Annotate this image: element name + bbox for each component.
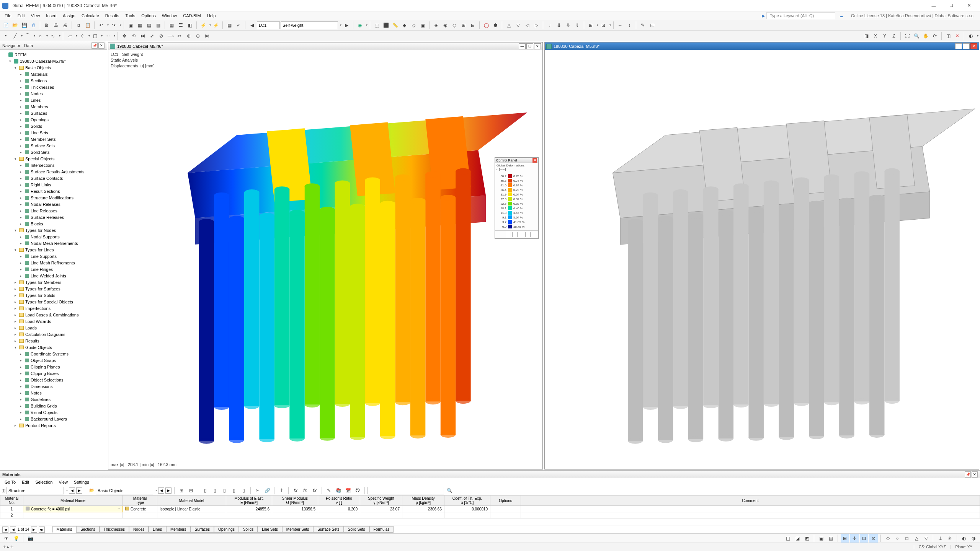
table-row[interactable]: 1 Concrete f'c = 4000 psi ⋯ Concrete Iso… xyxy=(0,506,980,512)
support-4-icon[interactable]: ▷ xyxy=(532,21,541,29)
tree-group[interactable]: ▾Special Objects xyxy=(1,155,106,162)
render-2-icon[interactable]: ◪ xyxy=(793,534,802,543)
tree-item[interactable]: ▸Lines xyxy=(1,97,106,103)
loadcase-name-combo[interactable]: Self-weight xyxy=(281,21,338,29)
view-x-icon[interactable]: X xyxy=(871,32,880,40)
objects-combo[interactable]: Basic Objects xyxy=(96,487,153,494)
osnap-2-icon[interactable]: ○ xyxy=(893,534,902,543)
maximize-button[interactable]: ☐ xyxy=(942,0,960,11)
polar-icon[interactable]: ✳ xyxy=(946,534,954,543)
rotate-draw-icon[interactable]: ⟲ xyxy=(129,32,138,40)
pan-icon[interactable]: ✋ xyxy=(921,32,930,40)
new-file-icon[interactable]: 📄 xyxy=(2,21,10,29)
materials-tab[interactable]: Line Sets xyxy=(258,526,282,533)
tree-root[interactable]: RFEM xyxy=(1,51,106,58)
legend-btn-4[interactable] xyxy=(525,232,531,237)
cut-icon[interactable]: ✂ xyxy=(253,486,262,495)
col-d[interactable]: Mass Density ρ [kg/m³] xyxy=(402,496,444,506)
materials-tab[interactable]: Lines xyxy=(149,526,166,533)
fx2-icon[interactable]: fx xyxy=(301,486,309,495)
structure-combo[interactable]: Structure xyxy=(7,487,64,494)
tree-item[interactable]: ▸Surfaces xyxy=(1,110,106,116)
view-y-icon[interactable]: Y xyxy=(880,32,889,40)
view-d-icon[interactable]: ▥ xyxy=(154,21,162,29)
viewport-min-icon[interactable]: — xyxy=(519,43,526,49)
tool-10-icon[interactable]: ⬢ xyxy=(491,21,500,29)
tree-item[interactable]: ▸Solid Sets xyxy=(1,149,106,155)
minimize-button[interactable]: — xyxy=(925,0,942,11)
zoom-in-icon[interactable]: 🔍 xyxy=(912,32,921,40)
osnap-3-icon[interactable]: □ xyxy=(903,534,911,543)
tree-group[interactable]: ▾Guide Objects xyxy=(1,344,106,350)
tree-item[interactable]: ▸Line Supports xyxy=(1,253,106,259)
shade-1-icon[interactable]: ▣ xyxy=(817,534,825,543)
eye-icon[interactable]: 👁 xyxy=(2,534,11,543)
tree-item[interactable]: ▸Result Sections xyxy=(1,188,106,194)
load-2-icon[interactable]: ⇊ xyxy=(555,21,563,29)
lc-next-icon[interactable]: ▶ xyxy=(342,21,351,29)
menu-options[interactable]: Options xyxy=(138,12,159,19)
cloud-icon[interactable]: ☁ xyxy=(839,13,843,18)
tool-3-icon[interactable]: ▣ xyxy=(418,21,427,29)
menu-calculate[interactable]: Calculate xyxy=(78,12,102,19)
circle-icon[interactable]: ○ xyxy=(36,32,44,40)
opening-icon[interactable]: ◊ xyxy=(78,32,87,40)
menu-cadbim[interactable]: CAD-BIM xyxy=(180,12,204,19)
tree-item[interactable]: ▸Nodal Supports xyxy=(1,233,106,240)
materials-tab[interactable]: Members xyxy=(166,526,191,533)
note-icon[interactable]: ✎ xyxy=(639,21,647,29)
print-graphic-icon[interactable]: 🖨 xyxy=(61,21,69,29)
menu-file[interactable]: File xyxy=(2,12,15,19)
col-type[interactable]: Material Type xyxy=(123,496,157,506)
tree-item[interactable]: ▸Dimensions xyxy=(1,383,106,390)
menu-view[interactable]: View xyxy=(28,12,43,19)
connect-icon[interactable]: ⋈ xyxy=(203,32,211,40)
tool-1-icon[interactable]: ◆ xyxy=(400,21,408,29)
menu-window[interactable]: Window xyxy=(159,12,180,19)
close-button[interactable]: ✕ xyxy=(960,0,978,11)
control-panel-close-icon[interactable]: ✕ xyxy=(532,158,537,163)
open-file-icon[interactable]: 📂 xyxy=(11,21,19,29)
materials-menu-settings[interactable]: Settings xyxy=(71,479,92,485)
materials-tab[interactable]: Surfaces xyxy=(191,526,214,533)
tree-item[interactable]: ▸Sections xyxy=(1,77,106,84)
trim-icon[interactable]: ✂ xyxy=(175,32,184,40)
results-toggle-icon[interactable]: ◉ xyxy=(356,21,364,29)
surface-icon[interactable]: ▱ xyxy=(65,32,74,40)
tree-group[interactable]: ▸Imperfections xyxy=(1,305,106,311)
materials-menu-goto[interactable]: Go To xyxy=(2,479,19,485)
tree-item[interactable]: ▸Line Mesh Refinements xyxy=(1,259,106,266)
tree-item[interactable]: ▸Clipping Boxes xyxy=(1,370,106,377)
tool-7-icon[interactable]: ⊞ xyxy=(459,21,468,29)
search-grid-icon[interactable]: 🔍 xyxy=(445,486,454,495)
tool-9-icon[interactable]: ◯ xyxy=(482,21,490,29)
col-2-icon[interactable]: ▯ xyxy=(211,486,219,495)
menu-tools[interactable]: Tools xyxy=(122,12,138,19)
grid-toggle-icon[interactable]: ⊞ xyxy=(841,534,849,543)
materials-tab[interactable]: Sections xyxy=(76,526,99,533)
render-3-icon[interactable]: ◩ xyxy=(803,534,811,543)
page-first-icon[interactable]: ⏮ xyxy=(2,527,8,533)
tree-item[interactable]: ▸Rigid Links xyxy=(1,181,106,188)
bulb-icon[interactable]: 💡 xyxy=(12,534,20,543)
move-icon[interactable]: ✥ xyxy=(120,32,129,40)
tree-item[interactable]: ▸Surface Sets xyxy=(1,142,106,149)
materials-tab[interactable]: Openings xyxy=(214,526,239,533)
tree-item[interactable]: ▸Coordinate Systems xyxy=(1,350,106,357)
menu-help[interactable]: Help xyxy=(204,12,219,19)
tree-item[interactable]: ▸Surface Results Adjustments xyxy=(1,168,106,175)
tree-group[interactable]: ▾Types for Nodes xyxy=(1,227,106,233)
tree-group[interactable]: ▸Load Wizards xyxy=(1,318,106,324)
tree-item[interactable]: ▸Nodal Mesh Refinements xyxy=(1,240,106,246)
load-3-icon[interactable]: ⤋ xyxy=(564,21,572,29)
materials-tab[interactable]: Surface Sets xyxy=(313,526,343,533)
tree-item[interactable]: ▸Blocks xyxy=(1,220,106,227)
spline-icon[interactable]: ∿ xyxy=(49,32,57,40)
legend-btn-5[interactable] xyxy=(532,232,537,237)
filter-input[interactable] xyxy=(368,487,444,494)
viewport-max-icon[interactable]: ☐ xyxy=(526,43,533,49)
export-icon[interactable]: ⤴ xyxy=(277,486,286,495)
measure-icon[interactable]: 📏 xyxy=(391,21,399,29)
calc-all-icon[interactable]: ⚡ xyxy=(212,21,220,29)
node-icon[interactable]: • xyxy=(2,32,10,40)
